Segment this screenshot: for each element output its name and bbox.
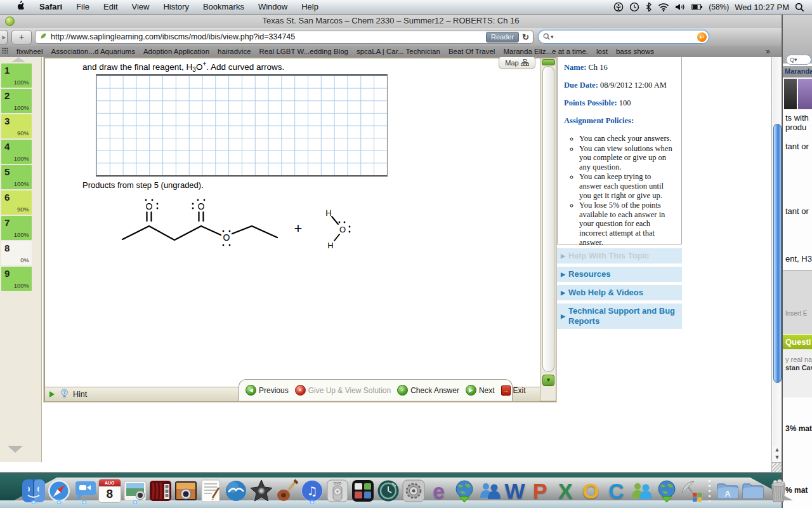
apple-menu-icon[interactable] xyxy=(9,0,32,14)
system-preferences-icon[interactable] xyxy=(402,476,426,503)
previous-button[interactable]: ◀ Previous xyxy=(246,385,289,396)
textedit-icon[interactable] xyxy=(199,476,223,503)
bookmark-item[interactable]: lost xyxy=(596,48,608,55)
bookmark-item[interactable]: Adoption Application xyxy=(143,48,209,55)
hint-expand-icon[interactable] xyxy=(49,391,55,398)
itunes-icon[interactable]: ♫ xyxy=(300,476,324,503)
bookmark-item[interactable]: Beat Of Travel xyxy=(449,48,495,55)
bookmark-item[interactable]: fixwheel xyxy=(16,48,43,55)
trash-icon[interactable] xyxy=(766,476,790,503)
dvd-player-icon[interactable]: DVD xyxy=(325,476,350,503)
snapback-icon[interactable]: ↩ xyxy=(697,32,707,42)
map-button[interactable]: Map xyxy=(499,57,535,69)
exit-button[interactable]: → Exit xyxy=(501,385,526,396)
iphoto-icon[interactable] xyxy=(123,476,147,503)
background-window[interactable]: Q▾ Maranda Questi ts withprodutant ortan… xyxy=(782,14,812,508)
question-tile-9[interactable]: 9100% xyxy=(1,267,32,291)
garageband-icon[interactable] xyxy=(275,476,299,503)
battery-icon[interactable] xyxy=(691,3,703,11)
messenger-buddies-icon[interactable] xyxy=(629,476,653,503)
openoffice-icon[interactable] xyxy=(224,476,248,503)
ichat-icon[interactable] xyxy=(72,476,96,503)
search-field[interactable]: ▾ ↩ xyxy=(538,30,709,44)
bookmark-item[interactable]: hairadvice xyxy=(218,48,251,55)
question-scrollbar[interactable]: ▼ xyxy=(540,58,556,401)
bluetooth-icon[interactable] xyxy=(645,2,652,12)
question-scrollbar-top[interactable] xyxy=(542,59,555,65)
menu-view[interactable]: View xyxy=(125,0,157,14)
hint-button[interactable]: Hint xyxy=(73,390,87,399)
address-bar[interactable]: http://www.saplinglearning.com/ibiscms/m… xyxy=(35,30,534,44)
bookmark-item[interactable]: Maranda Eliz...e at a time. xyxy=(503,48,588,55)
page-scrollbar[interactable]: ▲ ▼ xyxy=(771,57,782,472)
outlook-icon[interactable]: O xyxy=(579,476,603,503)
applications-folder-icon[interactable]: A xyxy=(716,476,740,503)
menu-help[interactable]: Help xyxy=(294,0,325,14)
menu-clock[interactable]: Wed 10:27 PM xyxy=(735,3,789,12)
reader-button[interactable]: Reader xyxy=(486,32,519,43)
excel-icon[interactable]: X xyxy=(553,476,577,503)
bookmarks-overflow-chevron[interactable]: » xyxy=(766,47,770,56)
menu-bookmarks[interactable]: Bookmarks xyxy=(196,0,251,14)
sidebar-scroll-down-icon[interactable] xyxy=(8,446,23,453)
question-tile-4[interactable]: 4100% xyxy=(1,140,32,164)
structure-drawing-grid[interactable] xyxy=(96,74,388,177)
question-tile-8[interactable]: 80% xyxy=(1,241,32,265)
sidebar-scroll-up-icon[interactable] xyxy=(11,57,25,62)
menu-window[interactable]: Window xyxy=(251,0,294,14)
dashboard-icon[interactable] xyxy=(351,476,375,503)
entourage-icon[interactable]: e xyxy=(427,476,451,503)
menu-history[interactable]: History xyxy=(156,0,195,14)
word-icon[interactable]: W xyxy=(503,476,527,503)
remote-desktop-icon[interactable] xyxy=(680,476,704,503)
bookmark-item[interactable]: Association...d Aquariums xyxy=(51,48,135,55)
accordion-help-with-this-topic[interactable]: ▶Help With This Topic xyxy=(557,248,682,264)
ical-icon[interactable]: AUG8 xyxy=(98,476,122,503)
time-machine-icon[interactable] xyxy=(376,476,400,503)
bookmark-item[interactable]: bass shows xyxy=(616,48,654,55)
documents-folder-icon[interactable] xyxy=(741,476,765,503)
question-scrollbar-thumb[interactable] xyxy=(542,66,554,372)
window-resize-grip[interactable] xyxy=(772,462,782,472)
check-answer-button[interactable]: ✓ Check Answer xyxy=(397,385,459,396)
messenger-globe-icon[interactable] xyxy=(452,476,476,503)
powerpoint-icon[interactable]: P xyxy=(528,476,552,503)
accordion-resources[interactable]: ▶Resources xyxy=(557,267,682,282)
page-scrollbar-thumb[interactable] xyxy=(773,124,782,383)
question-tile-1[interactable]: 1100% xyxy=(1,64,32,88)
forward-button[interactable]: ▸ xyxy=(0,30,8,44)
wifi-icon[interactable] xyxy=(658,3,669,11)
page-scroll-down-icon[interactable]: ▼ xyxy=(772,454,782,460)
photo-booth-icon[interactable] xyxy=(148,476,173,503)
question-tile-3[interactable]: 390% xyxy=(1,114,32,138)
question-tile-6[interactable]: 690% xyxy=(1,190,32,215)
page-scroll-up-icon[interactable]: ▲ xyxy=(772,446,782,453)
refresh-icon[interactable]: ↻ xyxy=(522,32,529,42)
accordion-web-help-videos[interactable]: ▶Web Help & Videos xyxy=(557,285,682,300)
time-machine-menu-icon[interactable] xyxy=(629,2,639,12)
give-up-button[interactable]: ✕ Give Up & View Solution xyxy=(295,385,391,396)
bookmark-item[interactable]: Real LGBT W...edding Blog xyxy=(259,48,348,55)
finder-icon[interactable] xyxy=(22,476,46,503)
accordion-technical-support-and-bug-reports[interactable]: ▶Technical Support and Bug Reports xyxy=(557,304,682,329)
image-capture-icon[interactable] xyxy=(174,476,198,503)
menu-file[interactable]: File xyxy=(69,0,96,14)
bookmarks-grid-icon[interactable] xyxy=(2,48,8,55)
safari-icon[interactable] xyxy=(47,476,71,503)
menu-safari[interactable]: Safari xyxy=(32,0,69,14)
question-tile-7[interactable]: 7100% xyxy=(1,216,32,240)
next-button[interactable]: ▶ Next xyxy=(466,385,495,396)
new-tab-button[interactable]: + xyxy=(11,30,32,44)
imovie-icon[interactable] xyxy=(249,476,273,503)
menu-edit[interactable]: Edit xyxy=(96,0,124,14)
universal-access-icon[interactable] xyxy=(613,2,624,12)
question-scroll-down-button[interactable]: ▼ xyxy=(542,375,554,386)
question-tile-5[interactable]: 5100% xyxy=(1,165,32,189)
communicator-icon[interactable]: C xyxy=(604,476,628,503)
question-tile-2[interactable]: 2100% xyxy=(1,89,32,113)
globe-download-icon[interactable] xyxy=(655,476,679,503)
bookmark-item[interactable]: spcaLA | Car... Technician xyxy=(357,48,440,55)
msn-messenger-icon[interactable] xyxy=(478,476,502,503)
volume-icon[interactable] xyxy=(675,3,686,11)
spotlight-icon[interactable] xyxy=(795,3,804,12)
